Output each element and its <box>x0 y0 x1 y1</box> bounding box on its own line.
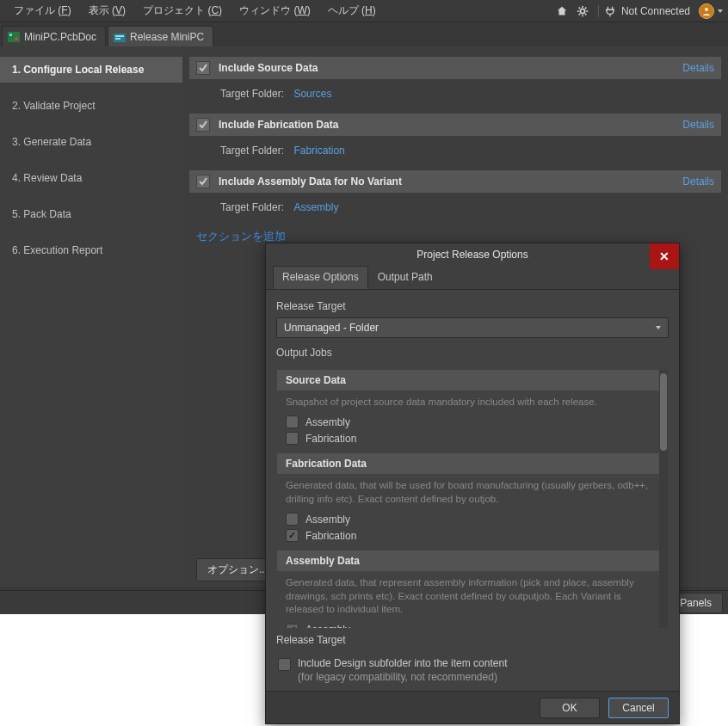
step-execution-label: 6. Execution Report <box>12 244 102 256</box>
menu-view-mnemonic: V <box>115 4 122 16</box>
dialog-titlebar[interactable]: Project Release Options ✕ <box>266 243 679 266</box>
fab-fabrication-row[interactable]: Fabrication <box>277 527 668 544</box>
release-target-select[interactable]: Unmanaged - Folder <box>276 317 669 338</box>
source-assembly-label: Assembly <box>305 416 350 428</box>
fab-fabrication-checkbox[interactable] <box>286 529 299 542</box>
menu-window-mnemonic: W <box>297 4 306 16</box>
step-review[interactable]: 4. Review Data <box>0 165 182 191</box>
release-target-label-2: Release Target <box>276 634 669 646</box>
source-assembly-row[interactable]: Assembly <box>277 414 668 430</box>
asm-assembly-row[interactable]: Assembly <box>277 622 668 629</box>
section-source-checkbox[interactable] <box>196 61 210 75</box>
gear-icon[interactable] <box>574 3 591 20</box>
scrollbar-thumb[interactable] <box>660 373 667 451</box>
section-source-details[interactable]: Details <box>682 62 714 74</box>
svg-rect-6 <box>115 35 124 37</box>
source-assembly-checkbox[interactable] <box>286 415 299 428</box>
source-fabrication-row[interactable]: Fabrication <box>277 430 668 446</box>
legacy-line2: (for legacy compatibility, not recommend… <box>298 670 507 684</box>
menubar-left: ファイル (F) 表示 (V) プロジェクト (C) ウィンドウ (W) ヘルプ… <box>5 0 385 22</box>
connection-label: Not Connected <box>621 5 690 17</box>
job-source-desc: Snapshot of project source data mandator… <box>277 391 668 415</box>
section-source-data[interactable]: Include Source Data Details <box>189 57 721 79</box>
target-label: Target Folder: <box>220 88 284 100</box>
ok-button[interactable]: OK <box>540 698 600 718</box>
release-icon <box>114 32 126 42</box>
section-fab-checkbox[interactable] <box>196 118 210 132</box>
project-release-options-dialog: Project Release Options ✕ Release Option… <box>265 243 680 724</box>
step-review-label: 4. Review Data <box>12 172 82 184</box>
section-asm-target-link[interactable]: Assembly <box>293 201 338 213</box>
tab-pcbdoc[interactable]: MiniPC.PcbDoc <box>2 26 106 46</box>
fab-assembly-row[interactable]: Assembly <box>277 511 668 527</box>
menu-window[interactable]: ウィンドウ (W) <box>231 0 319 22</box>
pcb-icon <box>8 32 20 42</box>
svg-rect-4 <box>15 37 18 40</box>
step-configure[interactable]: 1. Configure Local Release <box>0 57 182 83</box>
check-icon <box>199 177 207 186</box>
menu-view-label: 表示 <box>89 4 109 16</box>
doc-tabbar: MiniPC.PcbDoc Release MiniPC <box>0 22 728 46</box>
section-asm-title: Include Assembly Data for No Variant <box>219 175 682 188</box>
home-icon[interactable] <box>553 3 571 20</box>
job-source-header: Source Data <box>277 370 668 391</box>
output-jobs-list[interactable]: Source Data Snapshot of project source d… <box>276 369 669 629</box>
menu-help[interactable]: ヘルプ (H) <box>319 0 385 22</box>
legacy-subfolder-row[interactable]: Include Design subfolder into the item c… <box>276 651 669 684</box>
menu-project-mnemonic: C <box>211 4 219 16</box>
menu-file-label: ファイル <box>14 4 55 16</box>
tab-output-path[interactable]: Output Path <box>368 266 442 289</box>
source-fabrication-checkbox[interactable] <box>286 432 299 445</box>
menu-file[interactable]: ファイル (F) <box>5 0 80 22</box>
menubar-right: Not Connected <box>553 3 723 20</box>
tab-release-options[interactable]: Release Options <box>273 266 368 289</box>
step-generate[interactable]: 3. Generate Data <box>0 129 182 155</box>
job-fab-desc: Generated data, that will be used for bo… <box>277 474 668 511</box>
legacy-subfolder-checkbox[interactable] <box>278 658 291 671</box>
dialog-tabs: Release Options Output Path <box>266 266 679 290</box>
target-label: Target Folder: <box>220 201 284 213</box>
section-assembly-data[interactable]: Include Assembly Data for No Variant Det… <box>189 170 721 193</box>
asm-assembly-checkbox[interactable] <box>286 624 299 629</box>
section-asm-checkbox[interactable] <box>196 175 210 188</box>
menu-project[interactable]: プロジェクト (C) <box>134 0 231 22</box>
dialog-close-button[interactable]: ✕ <box>650 243 679 269</box>
fab-assembly-label: Assembly <box>305 514 350 526</box>
tab-release-label: Release MiniPC <box>130 31 204 43</box>
asm-assembly-label: Assembly <box>305 624 350 628</box>
svg-rect-3 <box>9 34 12 36</box>
section-fabrication-data[interactable]: Include Fabrication Data Details <box>189 114 721 136</box>
fab-assembly-checkbox[interactable] <box>286 513 299 526</box>
scrollbar-track[interactable] <box>659 370 668 628</box>
menu-help-label: ヘルプ <box>328 4 359 16</box>
section-fab-target-link[interactable]: Fabrication <box>293 145 344 157</box>
section-source-target-link[interactable]: Sources <box>293 88 331 100</box>
step-validate[interactable]: 2. Validate Project <box>0 93 182 119</box>
chevron-down-icon <box>656 326 661 329</box>
avatar[interactable] <box>699 3 714 19</box>
step-execution-report[interactable]: 6. Execution Report <box>0 237 182 263</box>
target-label: Target Folder: <box>220 145 284 157</box>
release-steps-sidebar: 1. Configure Local Release 2. Validate P… <box>0 46 182 587</box>
connection-status[interactable]: Not Connected <box>598 5 695 17</box>
section-source-title: Include Source Data <box>219 62 682 74</box>
avatar-caret-icon[interactable] <box>718 9 723 13</box>
job-fab-header: Fabrication Data <box>277 453 668 474</box>
cancel-button[interactable]: Cancel <box>608 698 669 718</box>
job-asm-header: Assembly Data <box>277 551 668 571</box>
section-source-target: Target Folder: Sources <box>189 84 721 114</box>
menu-view[interactable]: 表示 (V) <box>80 0 134 22</box>
job-asm-desc: Generated data, that represent assembly … <box>277 571 668 622</box>
step-pack[interactable]: 5. Pack Data <box>0 201 182 227</box>
section-fab-title: Include Fabrication Data <box>219 119 682 131</box>
svg-rect-7 <box>115 38 120 40</box>
tab-release[interactable]: Release MiniPC <box>108 26 213 46</box>
menu-help-mnemonic: H <box>365 4 373 16</box>
step-configure-label: 1. Configure Local Release <box>12 64 144 76</box>
svg-point-1 <box>705 8 708 11</box>
section-fab-details[interactable]: Details <box>682 119 714 131</box>
legacy-line1: Include Design subfolder into the item c… <box>298 656 507 670</box>
section-asm-details[interactable]: Details <box>682 175 714 188</box>
menu-file-mnemonic: F <box>61 4 67 16</box>
menu-project-label: プロジェクト <box>143 4 205 16</box>
